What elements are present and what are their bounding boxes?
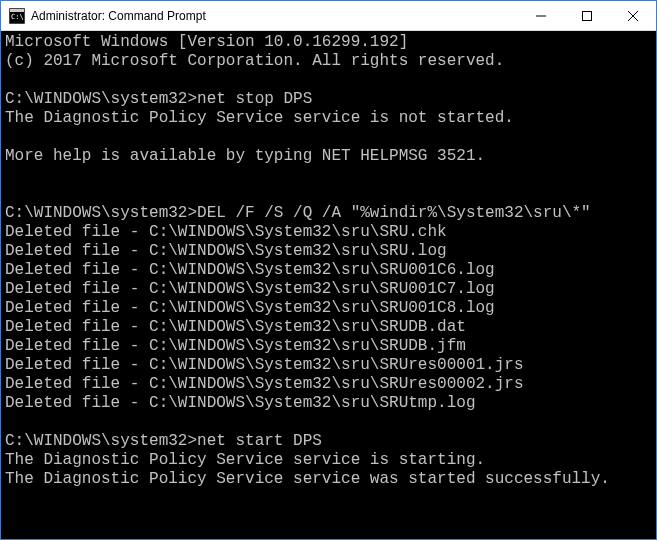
titlebar: C:\ Administrator: Command Prompt: [1, 1, 656, 31]
svg-rect-1: [10, 9, 24, 12]
terminal-line: Deleted file - C:\WINDOWS\System32\sru\S…: [5, 223, 652, 242]
window-title: Administrator: Command Prompt: [31, 9, 518, 23]
terminal-line: The Diagnostic Policy Service service is…: [5, 451, 652, 470]
terminal-line: (c) 2017 Microsoft Corporation. All righ…: [5, 52, 652, 71]
terminal-line: The Diagnostic Policy Service service wa…: [5, 470, 652, 489]
terminal-line: The Diagnostic Policy Service service is…: [5, 109, 652, 128]
terminal-line: Deleted file - C:\WINDOWS\System32\sru\S…: [5, 337, 652, 356]
svg-text:C:\: C:\: [11, 13, 24, 21]
terminal-line: Deleted file - C:\WINDOWS\System32\sru\S…: [5, 394, 652, 413]
terminal-line: Microsoft Windows [Version 10.0.16299.19…: [5, 33, 652, 52]
terminal-output[interactable]: Microsoft Windows [Version 10.0.16299.19…: [1, 31, 656, 539]
close-button[interactable]: [610, 1, 656, 30]
terminal-line: [5, 166, 652, 185]
terminal-line: [5, 185, 652, 204]
terminal-line: Deleted file - C:\WINDOWS\System32\sru\S…: [5, 318, 652, 337]
command-prompt-window: C:\ Administrator: Command Prompt Micros…: [0, 0, 657, 540]
terminal-line: Deleted file - C:\WINDOWS\System32\sru\S…: [5, 356, 652, 375]
terminal-line: Deleted file - C:\WINDOWS\System32\sru\S…: [5, 299, 652, 318]
minimize-button[interactable]: [518, 1, 564, 30]
terminal-line: C:\WINDOWS\system32>DEL /F /S /Q /A "%wi…: [5, 204, 652, 223]
window-controls: [518, 1, 656, 30]
terminal-line: More help is available by typing NET HEL…: [5, 147, 652, 166]
terminal-line: Deleted file - C:\WINDOWS\System32\sru\S…: [5, 261, 652, 280]
maximize-button[interactable]: [564, 1, 610, 30]
terminal-line: [5, 413, 652, 432]
terminal-line: C:\WINDOWS\system32>net start DPS: [5, 432, 652, 451]
terminal-line: Deleted file - C:\WINDOWS\System32\sru\S…: [5, 280, 652, 299]
terminal-line: [5, 128, 652, 147]
terminal-line: C:\WINDOWS\system32>net stop DPS: [5, 90, 652, 109]
terminal-line: [5, 489, 652, 508]
cmd-icon: C:\: [9, 8, 25, 24]
terminal-line: Deleted file - C:\WINDOWS\System32\sru\S…: [5, 375, 652, 394]
svg-rect-4: [583, 11, 592, 20]
terminal-line: Deleted file - C:\WINDOWS\System32\sru\S…: [5, 242, 652, 261]
terminal-line: [5, 71, 652, 90]
